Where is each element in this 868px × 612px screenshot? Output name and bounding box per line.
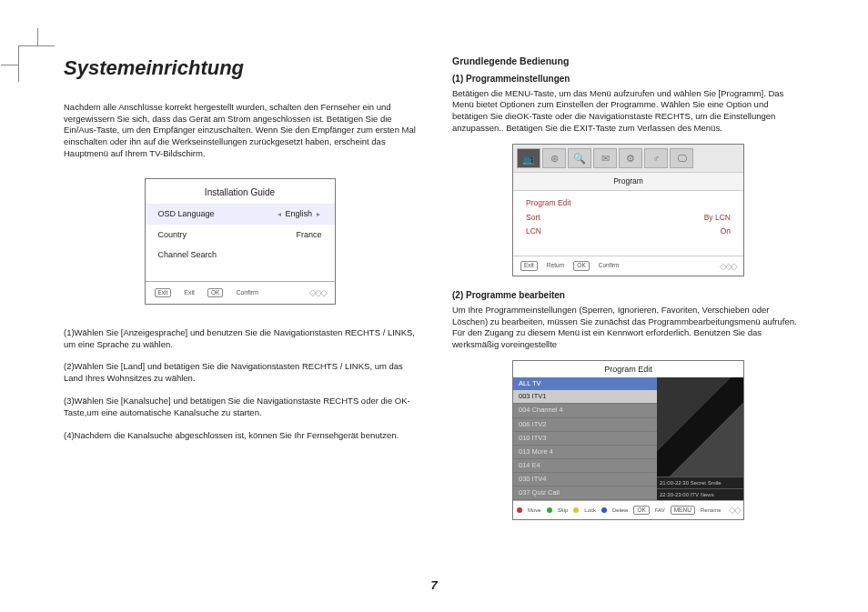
channel-row: 010 ITV3 [513, 432, 657, 446]
section-heading: Grundlegende Bedienung [452, 55, 804, 67]
step-1: (1)Wählen Sie [Anzeigesprache] und benut… [64, 327, 416, 351]
subsection-2-title: (2) Programme bearbeiten [452, 289, 804, 302]
arrow-right-icon: ▸ [315, 210, 322, 218]
osd-footer: Exit Exit OK Confirm ◇◇◇ [146, 281, 335, 304]
epg-line: 21:00-22:30 Secret Smile [657, 477, 743, 488]
menu-heading: Program [513, 172, 743, 191]
osd-row-channel-search: Channel Search [146, 245, 335, 265]
channel-row: 030 ITV4 [513, 473, 657, 487]
channel-row: 014 E4 [513, 459, 657, 473]
dpad-icon: ◇◇◇ [720, 260, 736, 273]
gear-icon: ⚙ [619, 148, 642, 168]
page-title: Systemeinrichtung [64, 55, 416, 82]
exit-button-icon: Exit [520, 261, 538, 271]
menu-item-lcn: LCNOn [526, 225, 731, 238]
step-4: (4)Nachdem die Kanalsuche abgeschlossen … [64, 430, 416, 442]
osd-title: Installation Guide [146, 179, 335, 205]
exit-label: Exit [184, 288, 195, 296]
subsection-1-text: Betätigen die MENU-Taste, um das Menü au… [452, 88, 804, 135]
osd-value: France [296, 229, 321, 240]
menu-icon-bar: 📺 ⊛ 🔍 ✉ ⚙ ♂ 🖵 [513, 145, 743, 172]
misc-icon: ♂ [644, 148, 668, 168]
arrow-left-icon: ◂ [276, 210, 283, 218]
channel-tab: ALL TV [513, 377, 657, 390]
installation-guide-osd: Installation Guide OSD Language ◂ Englis… [145, 178, 336, 305]
green-dot-icon [547, 507, 552, 513]
osd-value: ◂ English ▸ [276, 208, 322, 220]
dpad-icon: ◇◇◇ [309, 286, 326, 299]
exit-button-icon: Exit [155, 288, 172, 298]
ok-button-icon: OK [573, 261, 589, 271]
channel-row: 013 More 4 [513, 446, 657, 459]
osd-label: Country [158, 229, 187, 240]
left-column: Systemeinrichtung Nachdem alle Anschlüss… [64, 55, 416, 526]
movie-icon: ⊛ [542, 148, 566, 168]
blue-dot-icon [601, 507, 607, 513]
channel-row: 004 Channel 4 [513, 404, 657, 417]
crop-mark-top-left [18, 45, 55, 82]
mail-icon: ✉ [593, 148, 617, 168]
subsection-2-text: Um Ihre Programmeinstellungen (Sperren, … [452, 305, 804, 351]
channel-row: 003 ITV1 [513, 390, 657, 404]
dpad-icon: ◇◇ [729, 504, 740, 517]
subsection-1-title: (1) Programmeinstellungen [452, 73, 804, 85]
display-icon: 🖵 [670, 148, 693, 168]
osd-row-language: OSD Language ◂ English ▸ [146, 204, 335, 225]
menu-button-icon: MENU [671, 506, 695, 516]
intro-paragraph: Nachdem alle Anschlüsse korrekt hergeste… [64, 102, 416, 160]
channel-row: 006 ITV2 [513, 418, 657, 432]
page-number: 7 [430, 578, 437, 592]
osd-label: Channel Search [158, 249, 217, 260]
menu-item-sort: SortBy LCN [526, 211, 731, 225]
channel-list: ALL TV 003 ITV1 004 Channel 4 006 ITV2 0… [513, 377, 657, 500]
program-menu-osd: 📺 ⊛ 🔍 ✉ ⚙ ♂ 🖵 Program Program Edit SortB… [512, 144, 744, 276]
ok-button-icon: OK [633, 506, 649, 516]
preview-pane: 21:00-22:30 Secret Smile 22:30-23:00 ITV… [657, 377, 743, 500]
step-3: (3)Wählen Sie [Kanalsuche] und betätigen… [64, 396, 416, 419]
yellow-dot-icon [573, 507, 579, 513]
right-column: Grundlegende Bedienung (1) Programmeinst… [452, 55, 804, 526]
channel-row: 037 Quiz Call [513, 487, 657, 500]
tv-icon: 📺 [517, 148, 540, 168]
program-edit-title: Program Edit [513, 361, 743, 377]
step-2: (2)Wählen Sie [Land] und betätigen Sie d… [64, 361, 416, 385]
preview-image [657, 377, 743, 477]
menu-item-program-edit: Program Edit [526, 196, 731, 210]
red-dot-icon [517, 507, 522, 513]
menu-footer: Exit Return OK Confirm ◇◇◇ [513, 256, 743, 276]
ok-button-icon: OK [207, 288, 223, 298]
search-icon: 🔍 [568, 148, 591, 168]
program-edit-osd: Program Edit ALL TV 003 ITV1 004 Channel… [512, 360, 744, 520]
return-label: Return [547, 262, 565, 270]
epg-line: 22:30-23:00 ITV News [657, 488, 743, 500]
confirm-label: Confirm [599, 262, 620, 270]
osd-row-country: Country France [146, 225, 335, 245]
program-edit-footer: Move Skip Lock Delete OKFAV MENURename ◇… [513, 500, 743, 519]
osd-label: OSD Language [158, 208, 215, 220]
confirm-label: Confirm [236, 288, 258, 296]
